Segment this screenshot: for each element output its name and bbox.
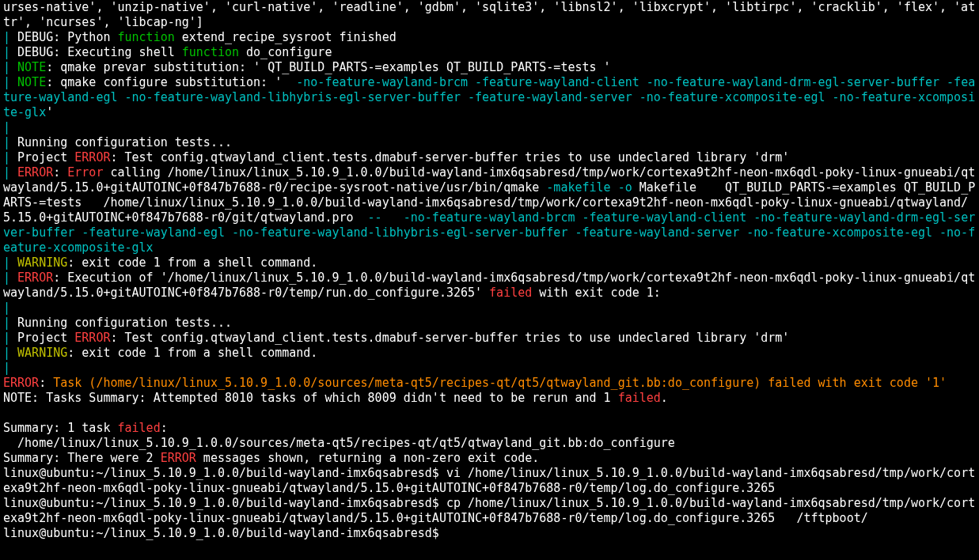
pipe: | [3, 165, 10, 180]
failed-word: failed [489, 286, 532, 300]
shell-prompt[interactable]: linux@ubuntu:~/linux_5.10.9_1.0.0/build-… [3, 526, 446, 540]
log-line: DEBUG: Python [10, 30, 117, 44]
log-line: : [39, 376, 53, 390]
keyword-function: function [182, 45, 239, 59]
dashdash: -- [368, 210, 382, 225]
pipe: | [3, 346, 10, 360]
error-label: ERROR [74, 331, 110, 345]
log-line: Summary: 1 task [3, 421, 118, 435]
log-line: extend_recipe_sysroot finished [175, 30, 397, 44]
pipe: | [3, 60, 10, 74]
failed-word: failed [618, 391, 661, 405]
warning-label: WARNING [17, 346, 67, 360]
pipe: | [3, 361, 10, 375]
qmake-flag: -makefile -o [546, 180, 632, 195]
pipe: | [3, 316, 10, 330]
error-label: ERROR [74, 150, 110, 165]
log-line: : [53, 165, 67, 180]
log-line: Summary: There were 2 [3, 451, 161, 465]
log-line: NOTE: Tasks Summary: Attempted 8010 task… [3, 391, 618, 405]
failed-word: failed [118, 421, 161, 435]
pipe: | [3, 75, 10, 89]
terminal-output[interactable]: urses-native', 'unzip-native', 'curl-nat… [0, 0, 979, 541]
log-line: : Test config.qtwayland_client.tests.dma… [110, 150, 789, 165]
pipe: | [3, 331, 10, 345]
log-line: /home/linux/linux_5.10.9_1.0.0/sources/m… [3, 436, 675, 450]
log-line: Running configuration tests... [10, 135, 232, 149]
pipe: | [3, 30, 10, 44]
log-line: Running configuration tests... [10, 316, 232, 330]
log-line: : [161, 421, 168, 435]
log-line: with exit code 1: [532, 286, 661, 300]
log-line: Project [10, 150, 74, 165]
log-line: : Test config.qtwayland_client.tests.dma… [110, 331, 789, 345]
log-line: urses-native', 'unzip-native', 'curl-nat… [3, 0, 975, 29]
error-label: ERROR [3, 376, 39, 390]
log-line: : qmake configure substitution: ' [46, 75, 296, 89]
error-word: Error [67, 165, 103, 180]
pipe: | [3, 271, 10, 285]
task-failed-msg: Task (/home/linux/linux_5.10.9_1.0.0/sou… [53, 376, 947, 390]
log-line: . [661, 391, 668, 405]
log-line: ' [46, 105, 53, 119]
log-line: : qmake prevar substitution: ' QT_BUILD_… [46, 60, 610, 74]
error-label: ERROR [17, 165, 53, 180]
log-line: do_configure [239, 45, 332, 59]
log-line: messages shown, returning a non-zero exi… [196, 451, 539, 465]
note-label: NOTE [17, 75, 46, 89]
log-line: : exit code 1 from a shell command. [67, 255, 317, 270]
shell-prompt: linux@ubuntu:~/linux_5.10.9_1.0.0/build-… [3, 466, 446, 480]
error-label: ERROR [161, 451, 196, 465]
log-line: : exit code 1 from a shell command. [67, 346, 317, 360]
pipe: | [3, 135, 10, 149]
pipe: | [3, 301, 10, 315]
shell-prompt: linux@ubuntu:~/linux_5.10.9_1.0.0/build-… [3, 496, 446, 510]
pipe: | [3, 120, 10, 134]
error-label: ERROR [17, 271, 53, 285]
log-line: DEBUG: Executing shell [10, 45, 182, 59]
warning-label: WARNING [17, 255, 67, 270]
pipe: | [3, 255, 10, 270]
pipe: | [3, 45, 10, 59]
pipe: | [3, 150, 10, 165]
note-label: NOTE [17, 60, 46, 74]
keyword-function: function [118, 30, 175, 44]
log-line: Project [10, 331, 74, 345]
